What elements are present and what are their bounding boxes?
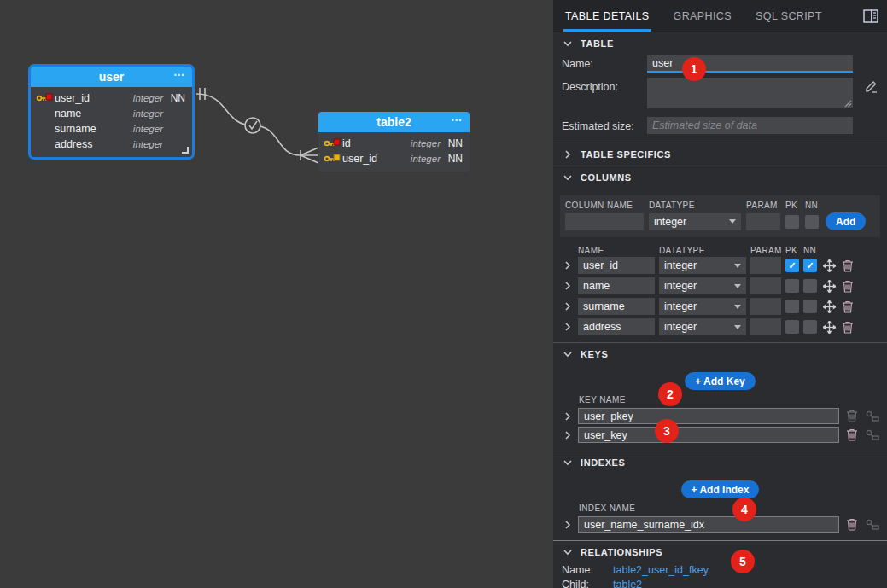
entity-menu-icon[interactable]: ⋯ (173, 68, 185, 81)
pk-checkbox[interactable] (785, 320, 799, 334)
key-link-icon[interactable] (865, 429, 880, 441)
column-name-input[interactable] (578, 257, 655, 274)
new-column-pk-checkbox[interactable] (785, 215, 799, 229)
entity-user[interactable]: user ⋯ user_id integer NN (28, 64, 195, 160)
column-name-input[interactable] (578, 318, 655, 335)
key-name-input[interactable] (578, 427, 839, 443)
delete-trash-icon[interactable] (846, 518, 858, 531)
new-column-name-input[interactable] (565, 213, 644, 230)
entity-menu-icon[interactable]: ⋯ (451, 114, 463, 126)
diagram-canvas[interactable]: user ⋯ user_id integer NN (0, 0, 553, 588)
pk-checkbox[interactable] (785, 300, 799, 313)
delete-trash-icon[interactable] (840, 259, 855, 272)
step-badge-4: 4 (732, 498, 756, 521)
section-indexes-header[interactable]: INDEXES (553, 451, 887, 474)
add-index-button[interactable]: + Add Index (681, 480, 760, 498)
new-column-param-input[interactable] (746, 213, 780, 230)
description-textarea[interactable] (647, 78, 853, 108)
index-name-input[interactable] (578, 516, 839, 533)
edit-pencil-icon[interactable] (862, 78, 879, 95)
column-datatype-select[interactable]: integer (659, 277, 746, 294)
column-param-input[interactable] (750, 298, 781, 315)
table-name-input[interactable] (647, 55, 853, 73)
column-name: id (341, 137, 394, 149)
key-name-input[interactable] (578, 408, 839, 424)
key-link-icon[interactable] (865, 410, 880, 422)
column-datatype-select[interactable]: integer (659, 298, 746, 315)
estimated-size-label: Estimated size: (562, 117, 647, 132)
column-param-input[interactable] (750, 318, 781, 335)
nn-checkbox[interactable] (803, 259, 817, 272)
tab-sql-script[interactable]: SQL SCRIPT (744, 0, 834, 32)
delete-trash-icon[interactable] (840, 300, 855, 313)
nn-checkbox[interactable] (803, 320, 817, 334)
chevron-right-icon[interactable] (562, 300, 574, 312)
column-datatype-select[interactable]: integer (659, 318, 746, 335)
chevron-down-icon (562, 457, 574, 469)
section-relationships-header[interactable]: RELATIONSHIPS (553, 541, 887, 563)
chevron-down-icon (729, 219, 736, 224)
estimated-size-input[interactable] (647, 117, 853, 134)
chevron-down-icon (562, 348, 574, 360)
tab-table-details[interactable]: TABLE DETAILS (553, 0, 662, 32)
relationship-name-link[interactable]: table2_user_id_fkey (613, 563, 709, 578)
new-column-datatype-select[interactable]: integer (649, 213, 741, 230)
relationship-child-link[interactable]: table2 (613, 578, 642, 588)
entity-row[interactable]: surname integer (36, 121, 185, 137)
entity-row[interactable]: address integer (36, 137, 185, 152)
section-table-specifics-header[interactable]: TABLE SPECIFICS (553, 143, 887, 166)
pk-checkbox[interactable] (785, 259, 799, 272)
chevron-right-icon[interactable] (562, 429, 574, 441)
index-row-user_name_surname_idx (553, 516, 887, 533)
panel-tabbar: TABLE DETAILS GRAPHICS SQL SCRIPT (553, 0, 887, 32)
column-param-input[interactable] (750, 277, 781, 294)
chevron-right-icon[interactable] (562, 519, 574, 531)
entity-resize-handle[interactable] (182, 147, 189, 154)
column-name-input[interactable] (578, 277, 655, 294)
column-nn-flag: NN (441, 137, 463, 149)
section-keys-header[interactable]: KEYS (553, 343, 887, 365)
chevron-right-icon[interactable] (562, 321, 574, 333)
name-label: Name: (562, 55, 647, 70)
add-key-button[interactable]: + Add Key (685, 372, 756, 390)
new-column-nn-checkbox[interactable] (805, 215, 819, 229)
column-nn-flag: NN (163, 92, 185, 104)
nn-checkbox[interactable] (803, 279, 817, 293)
delete-trash-icon[interactable] (840, 321, 855, 334)
column-param-input[interactable] (750, 257, 781, 274)
section-columns-header[interactable]: COLUMNS (553, 166, 887, 189)
entity-table2-title: table2 (376, 115, 411, 129)
delete-trash-icon[interactable] (846, 428, 858, 441)
move-icon[interactable] (821, 300, 837, 313)
chevron-right-icon[interactable] (562, 259, 574, 271)
key-link-icon[interactable] (865, 519, 880, 531)
delete-trash-icon[interactable] (840, 280, 855, 293)
move-icon[interactable] (821, 280, 837, 293)
column-type: integer (394, 154, 441, 164)
description-label: Description: (562, 78, 647, 93)
add-column-button[interactable]: Add (826, 212, 866, 230)
entity-row[interactable]: user_id integer NN (36, 90, 185, 106)
entity-row[interactable]: name integer (36, 106, 185, 121)
move-icon[interactable] (821, 259, 837, 272)
column-name: address (53, 138, 117, 150)
entity-user-header[interactable]: user ⋯ (31, 67, 192, 87)
move-icon[interactable] (821, 321, 837, 334)
column-row-address: integer (553, 318, 887, 335)
entity-row[interactable]: id integer NN (324, 136, 463, 151)
pk-checkbox[interactable] (785, 279, 799, 293)
column-datatype-select[interactable]: integer (659, 257, 746, 274)
nn-checkbox[interactable] (803, 300, 817, 313)
entity-table2[interactable]: table2 ⋯ id integer NN (318, 112, 470, 172)
entity-row[interactable]: user_id integer NN (324, 151, 463, 166)
entity-table2-header[interactable]: table2 ⋯ (318, 112, 470, 132)
column-type: integer (394, 138, 441, 148)
delete-trash-icon[interactable] (846, 410, 858, 422)
column-name-input[interactable] (578, 298, 655, 315)
relationship-name-label: Name: (562, 563, 613, 578)
section-table-header[interactable]: TABLE (553, 32, 887, 55)
split-view-icon[interactable] (861, 8, 880, 25)
tab-graphics[interactable]: GRAPHICS (662, 0, 744, 32)
chevron-right-icon[interactable] (562, 410, 574, 422)
chevron-right-icon[interactable] (562, 280, 574, 292)
